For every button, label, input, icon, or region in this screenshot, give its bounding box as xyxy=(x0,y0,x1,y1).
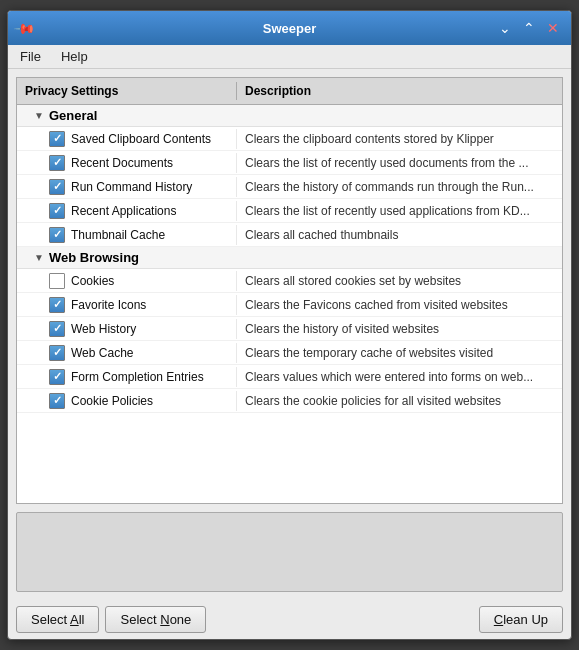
row-cookiepolicies-cell: Cookie Policies xyxy=(17,391,237,411)
table-row: Favorite Icons Clears the Favicons cache… xyxy=(17,293,562,317)
row-formcompletion-label: Form Completion Entries xyxy=(71,370,204,384)
tree-table: Privacy Settings Description ▼ General S… xyxy=(16,77,563,504)
row-recentapps-cell: Recent Applications xyxy=(17,201,237,221)
row-thumbcache-checkbox[interactable] xyxy=(49,227,65,243)
clean-up-label: Clean Up xyxy=(494,612,548,627)
table-row: Cookies Clears all stored cookies set by… xyxy=(17,269,562,293)
row-clipboard-label: Saved Clipboard Contents xyxy=(71,132,211,146)
row-cmdhistory-desc: Clears the history of commands run throu… xyxy=(237,178,562,196)
table-row: Thumbnail Cache Clears all cached thumbn… xyxy=(17,223,562,247)
row-cmdhistory-checkbox[interactable] xyxy=(49,179,65,195)
row-webhistory-label: Web History xyxy=(71,322,136,336)
row-webcache-checkbox[interactable] xyxy=(49,345,65,361)
row-clipboard-checkbox[interactable] xyxy=(49,131,65,147)
clean-up-button[interactable]: Clean Up xyxy=(479,606,563,633)
row-recentdocs-checkbox[interactable] xyxy=(49,155,65,171)
row-webcache-desc: Clears the temporary cache of websites v… xyxy=(237,344,562,362)
row-thumbcache-label: Thumbnail Cache xyxy=(71,228,165,242)
row-cookiepolicies-desc: Clears the cookie policies for all visit… xyxy=(237,392,562,410)
row-webhistory-checkbox[interactable] xyxy=(49,321,65,337)
table-row: Recent Documents Clears the list of rece… xyxy=(17,151,562,175)
row-cookiepolicies-label: Cookie Policies xyxy=(71,394,153,408)
table-row: Web Cache Clears the temporary cache of … xyxy=(17,341,562,365)
titlebar: 📌 Sweeper ⌄ ⌃ ✕ xyxy=(8,11,571,45)
row-recentdocs-desc: Clears the list of recently used documen… xyxy=(237,154,562,172)
row-webhistory-cell: Web History xyxy=(17,319,237,339)
table-row: Saved Clipboard Contents Clears the clip… xyxy=(17,127,562,151)
section-general-label: General xyxy=(49,108,97,123)
row-formcompletion-cell: Form Completion Entries xyxy=(17,367,237,387)
table-row: Recent Applications Clears the list of r… xyxy=(17,199,562,223)
titlebar-left: 📌 xyxy=(16,20,41,36)
table-row: Form Completion Entries Clears values wh… xyxy=(17,365,562,389)
row-cmdhistory-cell: Run Command History xyxy=(17,177,237,197)
row-thumbcache-desc: Clears all cached thumbnails xyxy=(237,226,562,244)
section-general-header[interactable]: ▼ General xyxy=(17,105,562,127)
row-recentapps-label: Recent Applications xyxy=(71,204,176,218)
window-title: Sweeper xyxy=(263,21,316,36)
row-clipboard-cell: Saved Clipboard Contents xyxy=(17,129,237,149)
row-formcompletion-desc: Clears values which were entered into fo… xyxy=(237,368,562,386)
table-header: Privacy Settings Description xyxy=(17,78,562,105)
select-none-button[interactable]: Select None xyxy=(105,606,206,633)
row-recentdocs-label: Recent Documents xyxy=(71,156,173,170)
row-formcompletion-checkbox[interactable] xyxy=(49,369,65,385)
menu-file[interactable]: File xyxy=(12,47,49,66)
table-row: Run Command History Clears the history o… xyxy=(17,175,562,199)
select-all-label: Select All xyxy=(31,612,84,627)
webbrowsing-expand-icon: ▼ xyxy=(33,252,45,263)
col-privacy-header: Privacy Settings xyxy=(17,82,237,100)
row-webcache-cell: Web Cache xyxy=(17,343,237,363)
row-recentapps-desc: Clears the list of recently used applica… xyxy=(237,202,562,220)
row-cookies-desc: Clears all stored cookies set by website… xyxy=(237,272,562,290)
row-webcache-label: Web Cache xyxy=(71,346,133,360)
table-row: Cookie Policies Clears the cookie polici… xyxy=(17,389,562,413)
row-favicons-desc: Clears the Favicons cached from visited … xyxy=(237,296,562,314)
row-webhistory-desc: Clears the history of visited websites xyxy=(237,320,562,338)
row-cookies-checkbox[interactable] xyxy=(49,273,65,289)
pin-icon: 📌 xyxy=(13,16,36,39)
select-none-label: Select None xyxy=(120,612,191,627)
col-desc-header: Description xyxy=(237,82,562,100)
row-clipboard-desc: Clears the clipboard contents stored by … xyxy=(237,130,562,148)
menu-help-label: Help xyxy=(61,49,88,64)
general-expand-icon: ▼ xyxy=(33,110,45,121)
content-area: Privacy Settings Description ▼ General S… xyxy=(8,69,571,600)
row-favicons-checkbox[interactable] xyxy=(49,297,65,313)
row-favicons-cell: Favorite Icons xyxy=(17,295,237,315)
bottom-left-buttons: Select All Select None xyxy=(16,606,206,633)
row-recentdocs-cell: Recent Documents xyxy=(17,153,237,173)
row-thumbcache-cell: Thumbnail Cache xyxy=(17,225,237,245)
minimize-button[interactable]: ⌄ xyxy=(495,18,515,38)
table-row: Web History Clears the history of visite… xyxy=(17,317,562,341)
select-all-button[interactable]: Select All xyxy=(16,606,99,633)
close-button[interactable]: ✕ xyxy=(543,18,563,38)
row-favicons-label: Favorite Icons xyxy=(71,298,146,312)
section-webbrowsing-label: Web Browsing xyxy=(49,250,139,265)
section-webbrowsing-header[interactable]: ▼ Web Browsing xyxy=(17,247,562,269)
row-cookies-cell: Cookies xyxy=(17,271,237,291)
row-recentapps-checkbox[interactable] xyxy=(49,203,65,219)
menu-file-label: File xyxy=(20,49,41,64)
menubar: File Help xyxy=(8,45,571,69)
titlebar-controls: ⌄ ⌃ ✕ xyxy=(495,18,563,38)
row-cmdhistory-label: Run Command History xyxy=(71,180,192,194)
bottom-bar: Select All Select None Clean Up xyxy=(8,600,571,639)
main-window: 📌 Sweeper ⌄ ⌃ ✕ File Help Privacy Settin… xyxy=(7,10,572,640)
maximize-button[interactable]: ⌃ xyxy=(519,18,539,38)
row-cookiepolicies-checkbox[interactable] xyxy=(49,393,65,409)
menu-help[interactable]: Help xyxy=(53,47,96,66)
lower-area xyxy=(16,512,563,592)
row-cookies-label: Cookies xyxy=(71,274,114,288)
